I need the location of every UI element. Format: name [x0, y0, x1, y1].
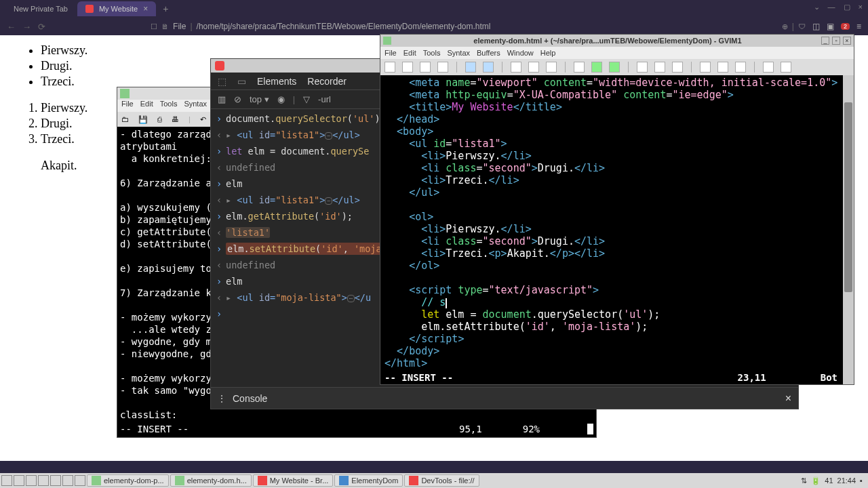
vim-icon — [120, 89, 130, 98]
saveall-icon[interactable]: ⎙ — [157, 115, 162, 123]
sidebar-icon[interactable]: ▣ — [827, 22, 834, 31]
vpn-badge[interactable]: 2 — [841, 23, 850, 30]
console-drawer: ⋮ Console × — [211, 387, 798, 409]
maximize-icon[interactable]: ▫ — [832, 37, 840, 45]
minimize-icon[interactable]: — — [828, 3, 835, 12]
start-menu-icon[interactable] — [1, 475, 12, 486]
close-drawer-icon[interactable]: × — [785, 392, 791, 405]
url-bar[interactable]: ☐ 🗎 File | /home/tpj/share/praca/Technik… — [52, 22, 806, 31]
show-desktop-icon[interactable]: ▪ — [860, 476, 863, 485]
scrollbar-thumb[interactable] — [844, 102, 852, 292]
save-icon[interactable] — [402, 62, 413, 73]
redo-icon[interactable] — [483, 62, 494, 73]
question-icon[interactable] — [763, 62, 774, 73]
cut-icon[interactable] — [511, 62, 521, 73]
back-icon[interactable]: ← — [7, 22, 16, 32]
system-tray[interactable]: ⇅ 🔋 41 21:44 ▪ — [797, 476, 867, 485]
tab-recorder[interactable]: Recorder — [307, 76, 347, 87]
open-icon[interactable]: 🗀 — [121, 115, 129, 123]
taskbar-item[interactable]: elementy-dom.h... — [170, 474, 252, 487]
close-window-icon[interactable]: × — [859, 3, 863, 12]
forward-icon[interactable]: → — [22, 22, 31, 32]
menu-window[interactable]: Window — [507, 49, 534, 57]
find-icon[interactable] — [574, 62, 585, 73]
sidebar-toggle-icon[interactable]: ▥ — [218, 94, 226, 104]
minimize-icon[interactable]: _ — [821, 37, 829, 45]
launcher-icon[interactable] — [26, 475, 37, 486]
copy-icon[interactable] — [528, 62, 539, 73]
clock[interactable]: 21:44 — [837, 476, 856, 485]
cast-icon[interactable]: ◫ — [812, 22, 820, 31]
undo-icon[interactable]: ↶ — [200, 115, 206, 124]
inspect-icon[interactable]: ⬚ — [218, 76, 226, 87]
gvim-window[interactable]: elementy-dom.html + (~/share/pra...umTEB… — [380, 34, 854, 385]
taskbar-item[interactable]: elementy-dom-p... — [87, 474, 169, 487]
menu-syntax[interactable]: Syntax — [447, 49, 470, 57]
saveall-icon[interactable] — [420, 62, 431, 73]
launcher-icon[interactable] — [75, 475, 85, 486]
shell-icon[interactable] — [637, 62, 648, 73]
session-icon[interactable] — [717, 62, 728, 73]
tag-icon[interactable] — [735, 62, 746, 73]
menu-icon[interactable]: ≡ — [856, 22, 861, 31]
battery-icon[interactable]: 🔋 — [811, 476, 821, 485]
search-help-icon[interactable] — [781, 62, 791, 73]
save-icon[interactable]: 💾 — [138, 115, 148, 124]
undo-icon[interactable] — [465, 62, 476, 73]
drawer-menu-icon[interactable]: ⋮ — [218, 394, 226, 403]
bookmark-icon[interactable]: ☐ — [151, 22, 157, 31]
tab-elements[interactable]: Elements — [257, 76, 296, 87]
taskbar-item[interactable]: My Website - Br... — [253, 474, 334, 487]
launcher-icon[interactable] — [38, 475, 49, 486]
open-icon[interactable] — [384, 62, 395, 73]
print-icon[interactable] — [437, 62, 448, 73]
device-icon[interactable]: ▭ — [237, 76, 246, 87]
print-icon[interactable]: 🖶 — [172, 115, 179, 123]
brave-icon — [258, 476, 267, 485]
close-icon[interactable]: × — [843, 37, 851, 45]
zoom-icon[interactable]: ⊕ — [782, 22, 788, 31]
menu-tools[interactable]: Tools — [423, 49, 441, 57]
gvim-menubar[interactable]: File Edit Tools Syntax Buffers Window He… — [380, 47, 854, 59]
filter-input[interactable]: -url — [318, 94, 331, 104]
taskbar-item[interactable]: DevTools - file:// — [404, 474, 479, 487]
paste-icon[interactable] — [546, 62, 557, 73]
menu-tools[interactable]: Tools — [160, 100, 178, 112]
close-tab-icon[interactable]: × — [143, 4, 148, 14]
reload-icon[interactable]: ⟳ — [38, 22, 45, 32]
run-icon[interactable] — [591, 62, 602, 73]
gvim-title-text: elementy-dom.html + (~/share/pra...umTEB… — [394, 37, 821, 45]
menu-buffers[interactable]: Buffers — [477, 49, 500, 57]
shield-icon[interactable]: 🛡 — [798, 22, 806, 30]
filter-icon[interactable]: ▽ — [303, 94, 310, 104]
gvim-editor[interactable]: <meta name="viewport" content="width=dev… — [380, 75, 854, 371]
launcher-icon[interactable] — [14, 475, 24, 486]
new-tab-button[interactable]: + — [157, 3, 174, 14]
launcher-icon[interactable] — [62, 475, 73, 486]
scrollbar[interactable] — [843, 75, 854, 384]
context-select[interactable]: top ▾ — [250, 94, 269, 104]
ctags-icon[interactable] — [654, 62, 665, 73]
eye-icon[interactable]: ◉ — [277, 94, 285, 104]
menu-edit[interactable]: Edit — [140, 100, 153, 112]
menu-help[interactable]: Help — [540, 49, 556, 57]
menu-edit[interactable]: Edit — [403, 49, 416, 57]
menu-file[interactable]: File — [384, 49, 397, 57]
gvim-titlebar[interactable]: elementy-dom.html + (~/share/pra...umTEB… — [380, 35, 854, 47]
taskbar-item[interactable]: ElementyDom — [334, 474, 403, 487]
script-icon[interactable] — [700, 62, 711, 73]
chevron-down-icon[interactable]: ⌄ — [814, 3, 820, 12]
clear-icon[interactable]: ⊘ — [234, 94, 241, 104]
tab-new-private[interactable]: New Private Tab — [5, 1, 76, 16]
maximize-icon[interactable]: ▢ — [844, 3, 850, 12]
network-icon[interactable]: ⇅ — [801, 476, 807, 485]
launcher-icon[interactable] — [50, 475, 61, 486]
make-icon[interactable] — [609, 62, 620, 73]
menu-syntax[interactable]: Syntax — [184, 100, 207, 112]
taskbar[interactable]: elementy-dom-p... elementy-dom.h... My W… — [0, 473, 868, 488]
gvim-toolbar[interactable] — [380, 59, 854, 75]
help-icon[interactable] — [672, 62, 683, 73]
menu-file[interactable]: File — [121, 100, 134, 112]
tab-my-website[interactable]: My Website × — [77, 1, 156, 16]
drawer-tab-console[interactable]: Console — [233, 393, 267, 404]
